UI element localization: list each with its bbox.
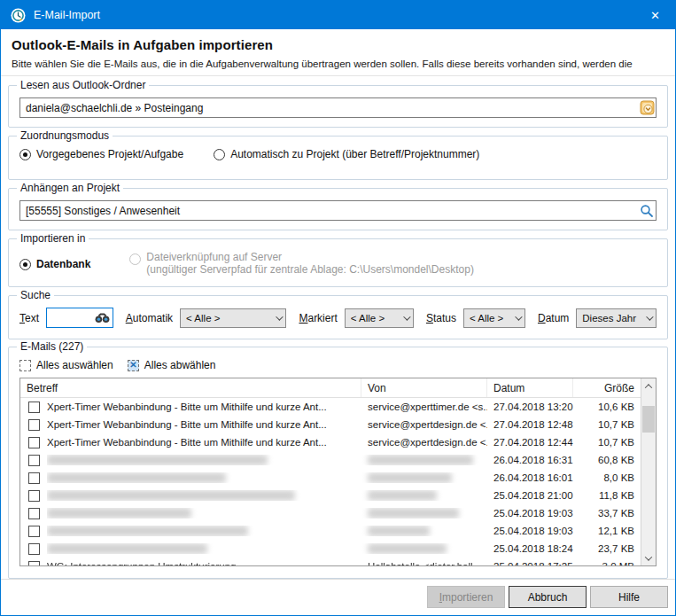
email-row-checkbox[interactable] xyxy=(20,437,47,448)
group-label-attach-project: Anhängen an Projekt xyxy=(17,182,123,194)
email-row-checkbox[interactable] xyxy=(20,490,47,502)
group-import-target: Importieren in Datenbank Dateiverknüpfun… xyxy=(8,238,668,287)
filter-datum-select[interactable]: Dieses Jahr xyxy=(576,308,657,328)
email-row-checkbox[interactable] xyxy=(20,561,47,566)
email-date: 25.04.2018 17:25 xyxy=(487,561,573,565)
email-size: 8,0 KB xyxy=(573,472,641,483)
radio-fixed-project[interactable]: Vorgegebenes Projekt/Aufgabe xyxy=(19,148,183,160)
email-row-checkbox[interactable] xyxy=(20,455,47,466)
scroll-down-icon[interactable] xyxy=(641,550,656,565)
radio-fixed-project-label: Vorgegebenes Projekt/Aufgabe xyxy=(36,148,183,160)
email-row[interactable]: Xpert-Timer Webanbindung - Bitte um Mith… xyxy=(20,433,641,451)
email-row-checkbox[interactable] xyxy=(20,402,47,413)
email-size: 33,7 KB xyxy=(573,508,641,519)
email-date: 26.04.2018 16:31 xyxy=(487,455,573,465)
email-row[interactable]: 25.04.2018 19:03 33,7 KB xyxy=(20,504,641,522)
group-label-search: Suche xyxy=(17,289,54,301)
email-from: service@xpertdesign.de <... xyxy=(361,419,487,430)
email-from xyxy=(361,508,487,519)
chevron-down-icon xyxy=(641,316,656,321)
filter-automatik-value: < Alle > xyxy=(186,313,271,324)
email-row-checkbox[interactable] xyxy=(20,526,47,537)
close-button[interactable]: ✕ xyxy=(635,1,675,29)
filter-datum-value: Dieses Jahr xyxy=(582,313,641,324)
radio-file-link-line1: Dateiverknüpfung auf Server xyxy=(146,251,474,263)
column-header-groesse[interactable]: Größe xyxy=(573,378,641,397)
email-size: 3,0 MB xyxy=(573,561,641,565)
email-row-checkbox[interactable] xyxy=(20,419,47,431)
deselect-all-button[interactable]: Alles abwählen xyxy=(128,359,216,371)
email-row[interactable]: WG: Interessengruppen Umstrukturierung H… xyxy=(20,558,641,565)
outlook-folder-picker-icon[interactable] xyxy=(638,98,656,117)
filter-status-label: Status xyxy=(426,312,456,324)
email-row[interactable]: 25.04.2018 19:03 12,1 KB xyxy=(20,522,641,540)
email-row[interactable]: Xpert-Timer Webanbindung - Bitte um Mith… xyxy=(20,416,641,433)
chevron-down-icon xyxy=(271,316,285,321)
filter-markiert-label: Markiert xyxy=(299,312,337,324)
email-size: 23,7 KB xyxy=(573,543,641,554)
import-button-label: Importieren xyxy=(439,591,493,604)
help-button[interactable]: Hilfe xyxy=(590,586,668,608)
email-row-checkbox[interactable] xyxy=(20,508,47,519)
column-header-betreff[interactable]: Betreff xyxy=(20,378,361,397)
email-subject: WG: Interessengruppen Umstrukturierung xyxy=(47,561,361,565)
email-row-checkbox[interactable] xyxy=(20,543,47,555)
email-subject xyxy=(47,543,361,554)
group-search: Suche Text Automatik xyxy=(8,295,668,339)
email-from xyxy=(361,455,487,465)
email-from xyxy=(361,543,487,554)
filter-status-select[interactable]: < Alle > xyxy=(463,308,525,328)
email-row[interactable]: 26.04.2018 16:01 8,0 KB xyxy=(20,469,641,487)
email-date: 27.04.2018 12:44 xyxy=(487,437,573,448)
email-subject xyxy=(47,455,361,465)
email-subject: Xpert-Timer Webanbindung - Bitte um Mith… xyxy=(47,437,361,448)
email-size: 11,8 KB xyxy=(573,490,641,501)
email-row[interactable]: 25.04.2018 18:24 23,7 KB xyxy=(20,540,641,558)
email-row[interactable]: 26.04.2018 16:31 60,8 KB xyxy=(20,451,641,469)
window-title: E-Mail-Import xyxy=(34,9,635,21)
column-header-datum[interactable]: Datum xyxy=(487,378,573,397)
outlook-folder-combobox[interactable]: daniela@schaelchli.de » Posteingang xyxy=(19,97,657,118)
select-all-icon xyxy=(19,360,31,371)
search-text-inputwrap xyxy=(46,308,113,328)
email-row[interactable]: Xpert-Timer Webanbindung - Bitte um Mith… xyxy=(20,398,641,416)
chevron-down-icon xyxy=(510,316,524,321)
filter-automatik-select[interactable]: < Alle > xyxy=(180,308,286,328)
email-row-checkbox[interactable] xyxy=(20,472,47,484)
dialog-footer: Importieren Abbruch Hilfe xyxy=(1,579,675,615)
select-all-button[interactable]: Alles auswählen xyxy=(19,359,113,371)
search-text-input[interactable] xyxy=(47,312,93,324)
filter-status-value: < Alle > xyxy=(470,313,510,324)
email-size: 10,7 KB xyxy=(573,437,641,448)
email-date: 27.04.2018 13:20 xyxy=(487,402,573,412)
cancel-button-label: Abbruch xyxy=(528,591,568,604)
radio-auto-project-label: Automatisch zu Projekt (über Betreff/Pro… xyxy=(230,148,479,160)
project-search-field[interactable]: [55555] Sonstiges / Anwesenheit xyxy=(19,200,657,221)
vertical-scrollbar[interactable] xyxy=(641,378,656,565)
email-subject: Xpert-Timer Webanbindung - Bitte um Mith… xyxy=(47,402,361,412)
filter-markiert-select[interactable]: < Alle > xyxy=(345,308,414,328)
column-header-von[interactable]: Von xyxy=(361,378,487,397)
radio-database-label: Datenbank xyxy=(36,258,90,270)
help-button-label: Hilfe xyxy=(618,591,640,604)
scroll-up-icon[interactable] xyxy=(641,378,656,394)
radio-auto-project[interactable]: Automatisch zu Projekt (über Betreff/Pro… xyxy=(214,148,479,160)
email-from xyxy=(361,490,487,501)
email-subject: Xpert-Timer Webanbindung - Bitte um Mith… xyxy=(47,419,361,430)
radio-file-link-label: Dateiverknüpfung auf Server (ungültiger … xyxy=(146,251,474,276)
page-title: Outlook-E-Mails in Aufgaben importieren xyxy=(12,37,664,52)
email-size: 10,6 KB xyxy=(573,402,641,412)
close-icon: ✕ xyxy=(650,9,660,22)
email-row[interactable]: 25.04.2018 21:00 11,8 KB xyxy=(20,487,641,504)
email-date: 25.04.2018 21:00 xyxy=(487,490,573,501)
scrollbar-track[interactable] xyxy=(641,394,656,550)
deselect-all-label: Alles abwählen xyxy=(144,359,216,371)
radio-dot xyxy=(214,149,225,160)
group-label-mapping-mode: Zuordnungsmodus xyxy=(17,129,113,142)
radio-database[interactable]: Datenbank xyxy=(19,258,90,270)
scrollbar-thumb[interactable] xyxy=(642,406,655,433)
project-search-icon[interactable] xyxy=(638,201,656,220)
search-text-label: Text xyxy=(19,312,39,324)
cancel-button[interactable]: Abbruch xyxy=(509,586,587,608)
binoculars-icon xyxy=(93,313,113,324)
